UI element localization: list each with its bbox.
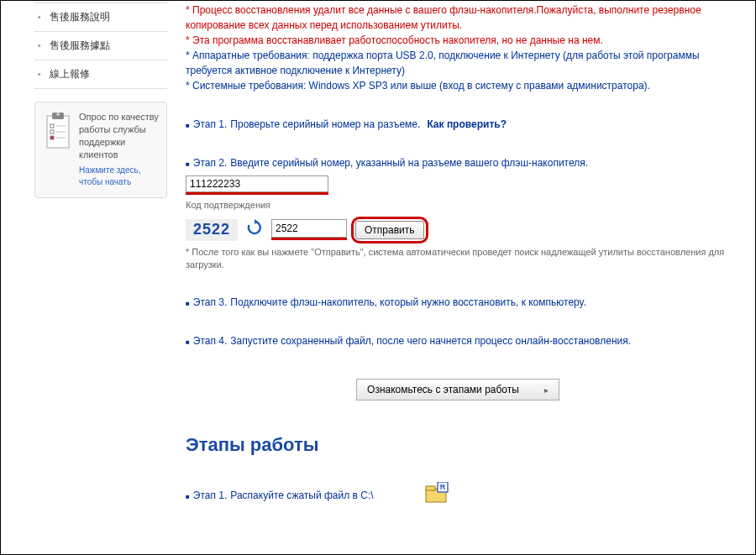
step2-prefix: Этап 2. [186, 155, 227, 170]
captcha-image: 2522 [186, 219, 238, 241]
step2-header: Этап 2. Введите серийный номер, указанны… [186, 155, 730, 170]
sidebar-item-label: 售後服務據點 [50, 39, 110, 53]
svg-rect-5 [50, 136, 54, 139]
sys-requirements-text: * Системные требования: Windows XP SP3 и… [186, 78, 730, 93]
serial-highlight-underline [186, 192, 328, 195]
serial-number-input[interactable] [186, 175, 328, 192]
confirmation-code-label: Код подтверждения [186, 198, 730, 212]
survey-text: Опрос по качеству работы службы поддержк… [79, 112, 159, 160]
clipboard-icon [42, 111, 72, 151]
how-to-check-link[interactable]: Как проверить? [427, 117, 507, 132]
sidebar: 售後服務說明 售後服務據點 線上報修 [1, 3, 177, 554]
captcha-row: 2522 Отправить [186, 219, 730, 241]
warning-text-1: * Процесс восстановления удалит все данн… [186, 3, 730, 33]
serial-row [186, 175, 730, 192]
main-content: * Процесс восстановления удалит все данн… [177, 3, 755, 554]
step2-text: Введите серийный номер, указанный на раз… [230, 155, 588, 170]
svg-text:R: R [439, 483, 445, 491]
sidebar-nav: 售後服務說明 售後服務據點 線上報修 [34, 3, 167, 89]
sidebar-item-online-repair[interactable]: 線上報修 [34, 60, 167, 89]
workflow-step1: Этап 1. Распакуйте сжатый файл в C:\ R [186, 482, 730, 508]
workflow-button-row: Ознакомьтесь с этапами работы [186, 379, 730, 401]
workflow-heading: Этапы работы [186, 431, 730, 458]
step1-header: Этап 1. Проверьте серийный номер на разъ… [186, 117, 730, 132]
sidebar-item-label: 售後服務說明 [50, 10, 110, 24]
sidebar-item-label: 線上報修 [50, 67, 90, 81]
workflow-steps-button[interactable]: Ознакомьтесь с этапами работы [356, 379, 559, 401]
step1-prefix: Этап 1. [186, 117, 227, 132]
step3-text: Подключите флэш-накопитель, который нужн… [230, 295, 585, 310]
workflow-step1-prefix: Этап 1. [186, 488, 227, 503]
svg-point-2 [56, 113, 60, 116]
step3-header: Этап 3. Подключите флэш-накопитель, кото… [186, 295, 730, 310]
sidebar-item-service-locations[interactable]: 售後服務據點 [34, 32, 167, 60]
svg-rect-10 [426, 486, 435, 490]
folder-icon: R [424, 482, 449, 508]
warning-text-2: * Эта программа восстанавливает работосп… [186, 33, 730, 48]
captcha-refresh-icon[interactable] [246, 219, 263, 240]
captcha-input[interactable] [271, 219, 347, 238]
submit-note-text: * После того как вы нажмете "Отправить",… [186, 246, 730, 272]
hw-requirements-text: * Аппаратные требования: поддержка порта… [186, 48, 730, 78]
survey-widget: Опрос по качеству работы службы поддержк… [34, 102, 167, 198]
captcha-input-wrap [271, 219, 347, 240]
workflow-step1-text: Распакуйте сжатый файл в C:\ [230, 488, 373, 503]
workflow-button-label: Ознакомьтесь с этапами работы [367, 384, 519, 395]
submit-wrap: Отправить [355, 221, 424, 239]
step1-text: Проверьте серийный номер на разъеме. [230, 117, 420, 132]
step4-header: Этап 4. Запустите сохраненный файл, посл… [186, 333, 730, 348]
step3-prefix: Этап 3. [186, 295, 227, 310]
submit-button[interactable]: Отправить [355, 221, 424, 239]
survey-text-block: Опрос по качеству работы службы поддержк… [79, 111, 160, 187]
sidebar-item-aftersale-info[interactable]: 售後服務說明 [34, 3, 167, 32]
step4-text: Запустите сохраненный файл, после чего н… [230, 333, 631, 348]
survey-start-link[interactable]: Нажмите здесь, чтобы начать [79, 165, 160, 187]
captcha-highlight-underline [271, 238, 347, 240]
step4-prefix: Этап 4. [186, 333, 227, 348]
